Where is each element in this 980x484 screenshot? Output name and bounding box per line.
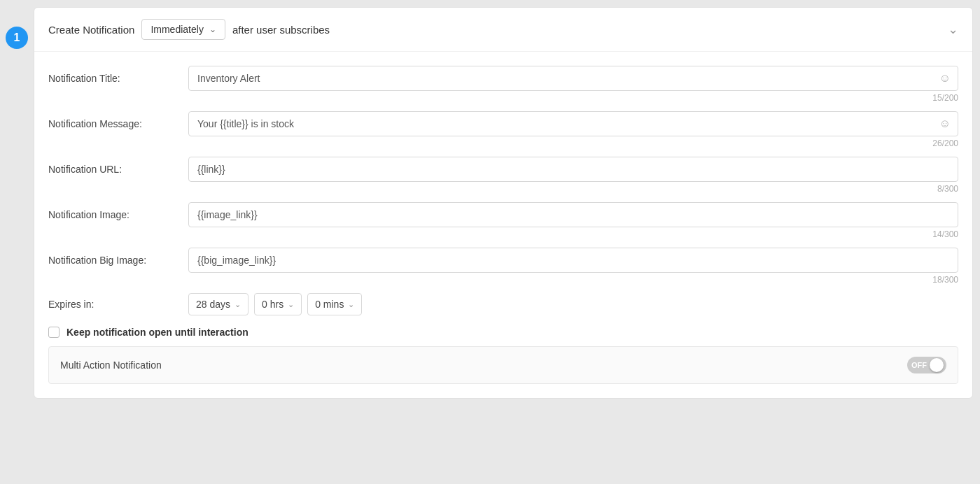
after-label: after user subscribes [232,24,330,36]
expires-hrs-chevron-icon: ⌄ [288,300,294,309]
toggle-off-text: OFF [911,361,927,369]
title-input[interactable] [189,66,932,90]
expires-mins-select[interactable]: 0 mins ⌄ [307,293,362,315]
message-row: Notification Message: ☺ 26/200 [48,111,958,154]
expires-hrs-value: 0 hrs [262,299,284,310]
big-image-input[interactable] [188,248,958,273]
collapse-icon[interactable]: ⌄ [948,22,958,37]
image-field-wrap: 14/300 [188,202,958,245]
keep-open-checkbox[interactable] [48,327,59,338]
url-label: Notification URL: [48,157,188,175]
message-input[interactable] [189,112,932,136]
toggle-knob [930,358,944,372]
expires-days-chevron-icon: ⌄ [234,300,241,309]
image-row: Notification Image: 14/300 [48,202,958,245]
multi-action-label: Multi Action Notification [60,360,162,371]
image-input[interactable] [188,202,958,227]
title-emoji-icon[interactable]: ☺ [932,66,958,90]
title-row: Notification Title: ☺ 15/200 [48,66,958,108]
header-left: Create Notification Immediately ⌄ after … [48,19,330,40]
create-label: Create Notification [48,24,134,36]
image-char-count: 14/300 [188,229,958,239]
url-input[interactable] [188,157,958,182]
multi-action-row: Multi Action Notification OFF [48,346,958,384]
big-image-row: Notification Big Image: 18/300 [48,248,958,290]
expires-row: Expires in: 28 days ⌄ 0 hrs ⌄ 0 mins ⌄ [48,293,958,315]
immediately-label: Immediately [150,24,203,35]
expires-mins-value: 0 mins [315,299,344,310]
title-input-wrapper: ☺ [188,66,958,91]
title-label: Notification Title: [48,66,188,84]
message-emoji-icon[interactable]: ☺ [932,112,958,136]
card-header: Create Notification Immediately ⌄ after … [34,8,972,52]
card-body: Notification Title: ☺ 15/200 Notificatio… [34,52,972,398]
expires-label: Expires in: [48,299,188,310]
checkbox-row: Keep notification open until interaction [48,327,958,338]
step-number: 1 [14,31,20,44]
expires-days-value: 28 days [196,299,230,310]
expires-dropdowns: 28 days ⌄ 0 hrs ⌄ 0 mins ⌄ [188,293,362,315]
image-label: Notification Image: [48,202,188,220]
expires-days-select[interactable]: 28 days ⌄ [188,293,248,315]
big-image-field-wrap: 18/300 [188,248,958,290]
expires-hrs-select[interactable]: 0 hrs ⌄ [254,293,302,315]
immediately-dropdown[interactable]: Immediately ⌄ [141,19,225,40]
message-field-wrap: ☺ 26/200 [188,111,958,154]
title-char-count: 15/200 [188,93,958,103]
url-char-count: 8/300 [188,184,958,194]
step-badge: 1 [6,27,28,49]
message-label: Notification Message: [48,111,188,129]
url-row: Notification URL: 8/300 [48,157,958,199]
keep-open-label: Keep notification open until interaction [66,327,248,338]
multi-action-toggle[interactable]: OFF [907,357,946,373]
big-image-char-count: 18/300 [188,275,958,285]
immediately-chevron-icon: ⌄ [209,24,216,34]
url-field-wrap: 8/300 [188,157,958,199]
big-image-label: Notification Big Image: [48,248,188,266]
notification-card: Create Notification Immediately ⌄ after … [34,7,973,399]
title-field-wrap: ☺ 15/200 [188,66,958,108]
expires-mins-chevron-icon: ⌄ [348,300,354,309]
message-char-count: 26/200 [188,138,958,148]
message-input-wrapper: ☺ [188,111,958,136]
